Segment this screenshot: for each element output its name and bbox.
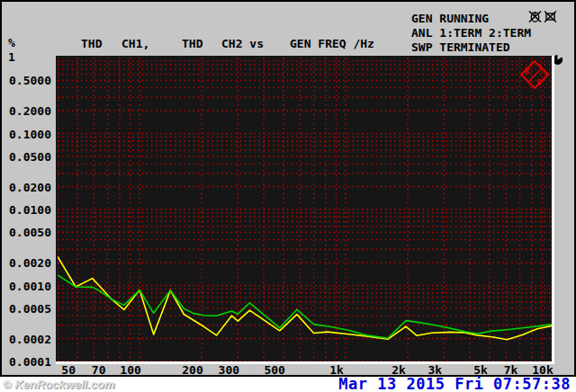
trace-thd-ch2 bbox=[58, 275, 552, 338]
chart-title-segment: THD bbox=[81, 38, 102, 50]
chart-title-segment: THD bbox=[182, 38, 202, 50]
y-tick-label: 0.0002 bbox=[2, 334, 51, 346]
chart-title-segment: CH2 vs bbox=[221, 38, 264, 50]
y-tick-label: 0.1000 bbox=[2, 129, 51, 141]
y-tick-label: 0.0500 bbox=[2, 151, 51, 164]
y-tick-label: 0.0050 bbox=[2, 227, 51, 239]
x-tick-label: 200 bbox=[173, 364, 212, 377]
instrument-screen: % 1 THDCH1,THDCH2 vsGEN FREQ /Hz GEN RUN… bbox=[0, 0, 576, 377]
status-block: GEN RUNNING ANL 1:TERM 2:TERM SWP TERMIN… bbox=[411, 12, 531, 55]
y-tick-label: 0.0010 bbox=[2, 281, 51, 293]
svg-text:R: R bbox=[525, 67, 529, 76]
y-tick-label: 0.2000 bbox=[2, 105, 51, 118]
sweep-status: SWP TERMINATED bbox=[411, 40, 531, 55]
chart-title-segment: GEN FREQ /Hz bbox=[290, 38, 374, 50]
y-tick-label: 0.0200 bbox=[2, 182, 51, 194]
thd-plot-svg: RS bbox=[58, 58, 552, 361]
y-tick-label: 0.0001 bbox=[2, 356, 51, 369]
y-axis-unit-label: % bbox=[8, 37, 15, 49]
watermark: © KenRockwell.com bbox=[3, 378, 114, 391]
generator-status: GEN RUNNING bbox=[411, 12, 531, 26]
svg-text:S: S bbox=[536, 79, 541, 87]
y-tick-label: 0.0020 bbox=[2, 257, 51, 270]
y-tick-label: 0.5000 bbox=[2, 75, 51, 87]
thd-plot-panel: RS bbox=[56, 56, 554, 364]
x-tick-label: 500 bbox=[255, 364, 294, 377]
analyzer-screenshot: % 1 THDCH1,THDCH2 vsGEN FREQ /Hz GEN RUN… bbox=[0, 0, 576, 392]
x-tick-label: 300 bbox=[209, 364, 248, 377]
analyzer-status: ANL 1:TERM 2:TERM bbox=[411, 26, 531, 40]
chart-title-segment: CH1, bbox=[122, 38, 149, 50]
x-tick-label: 100 bbox=[111, 364, 150, 377]
y-tick-label: 0.0100 bbox=[2, 204, 51, 217]
mouse-disabled-icon bbox=[528, 10, 542, 23]
rohde-schwarz-logo: RS bbox=[521, 61, 548, 88]
datetime-stamp: Mar 13 2015 Fri 07:57:38 bbox=[338, 375, 571, 392]
y-tick-label: 0.0005 bbox=[2, 303, 51, 316]
keyboard-disabled-icon bbox=[544, 10, 557, 23]
y-axis-top-scale-label: 1 bbox=[8, 51, 15, 64]
